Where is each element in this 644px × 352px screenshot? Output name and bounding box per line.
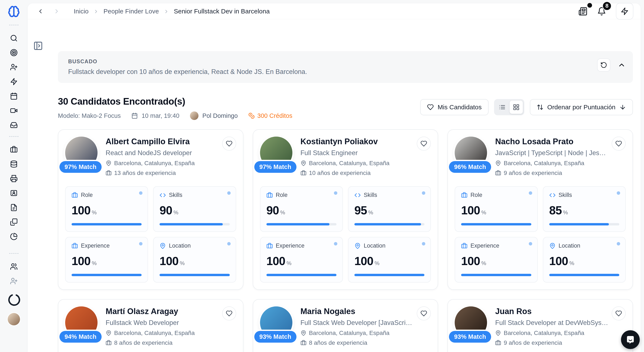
nav-forward-icon[interactable]: [53, 8, 60, 15]
chat-fab-button[interactable]: [621, 330, 640, 349]
favorite-button[interactable]: [417, 137, 431, 151]
bell-icon[interactable]: 8: [597, 7, 606, 16]
quick-actions-button[interactable]: [616, 3, 633, 20]
candidate-location: Barcelona, Catalunya, España: [114, 160, 195, 167]
copy-icon[interactable]: [10, 218, 18, 226]
target-icon[interactable]: [10, 49, 18, 57]
credits-amount: 300 Créditos: [257, 112, 292, 119]
heart-icon: [226, 140, 232, 147]
candidate-header: 93% Match Maria Nogales Full Stack Web D…: [260, 306, 431, 346]
id-card-icon[interactable]: [10, 189, 18, 197]
candidate-name[interactable]: Kostiantyn Poliakov: [300, 137, 414, 146]
briefcase-icon: [266, 192, 273, 198]
code-icon: [354, 192, 361, 198]
candidate-name[interactable]: Albert Campillo Elvira: [106, 137, 219, 146]
favorite-button[interactable]: [222, 137, 236, 151]
metric-value: 100: [266, 254, 285, 268]
metric-dot: [227, 242, 231, 245]
heart-icon: [615, 310, 622, 317]
nav-back-icon[interactable]: [37, 8, 44, 15]
file-text-icon[interactable]: [10, 204, 18, 211]
candidate-name[interactable]: Martí Olasz Aragay: [106, 307, 219, 316]
candidate-name[interactable]: Maria Nogales: [300, 307, 414, 316]
zap-icon[interactable]: [10, 78, 18, 86]
favorite-button[interactable]: [417, 306, 431, 320]
topbar: Inicio People Finder Love Senior Fullsta…: [28, 4, 640, 19]
user-plus-muted-icon[interactable]: [10, 277, 18, 285]
sidebar-divider: [9, 136, 18, 137]
match-badge: 93% Match: [254, 331, 296, 343]
metric-label: Role: [470, 192, 482, 198]
breadcrumb-project[interactable]: People Finder Love: [104, 8, 159, 15]
list-view-button[interactable]: [496, 101, 509, 114]
candidate-card[interactable]: 94% Match Martí Olasz Aragay Fullstack W…: [58, 299, 244, 352]
candidate-location-row: Barcelona, Catalunya, España: [106, 330, 219, 336]
metric-unit: %: [374, 260, 379, 266]
candidate-title: React and NodeJS developer: [106, 149, 219, 157]
favorite-button[interactable]: [612, 306, 626, 320]
database-icon[interactable]: [10, 160, 18, 168]
sidebar-divider: [9, 25, 18, 25]
candidate-experience: 10 años de experiencia: [309, 170, 371, 176]
grid-view-button[interactable]: [510, 101, 523, 114]
heart-icon: [615, 140, 622, 147]
users-icon[interactable]: [10, 263, 18, 270]
search-banner: BUSCADO Fullstack developer con 10 años …: [58, 51, 633, 83]
metric-dot: [422, 191, 425, 195]
metric-progress-fill: [266, 274, 336, 276]
candidate-metrics: Role 100% Skills 85% Experience 100% Loc…: [455, 186, 626, 282]
map-pin-icon: [160, 243, 166, 249]
inbox-icon[interactable]: [10, 121, 18, 129]
metric-unit: %: [180, 260, 184, 266]
user-plus-icon[interactable]: [10, 63, 18, 71]
metric-dot: [139, 191, 142, 195]
search-icon[interactable]: [10, 34, 18, 42]
map-pin-icon: [495, 330, 501, 336]
metric-dot: [529, 242, 532, 245]
metric-dot: [227, 191, 231, 195]
candidate-card[interactable]: 97% Match Albert Campillo Elvira React a…: [58, 129, 244, 290]
match-badge: 93% Match: [449, 331, 491, 343]
news-icon[interactable]: [578, 7, 587, 16]
calendar-icon[interactable]: [10, 92, 18, 100]
briefcase-icon: [106, 340, 112, 346]
search-banner-label: BUSCADO: [68, 58, 623, 65]
main-panel: Inicio People Finder Love Senior Fullsta…: [28, 4, 640, 352]
metric-role: Role 100%: [65, 186, 148, 232]
candidate-card[interactable]: 93% Match Maria Nogales Full Stack Web D…: [253, 299, 438, 352]
model-label: Modelo: Mako-2 Focus: [58, 112, 121, 119]
printer-icon[interactable]: [10, 175, 18, 182]
metric-progress-track: [461, 274, 531, 276]
my-candidates-button[interactable]: Mis Candidatos: [420, 99, 488, 115]
metric-progress-fill: [72, 223, 142, 225]
pie-chart-icon[interactable]: [10, 233, 18, 240]
candidate-card[interactable]: 93% Match Juan Ros Full Stack Developer …: [448, 299, 633, 352]
candidate-experience: 8 años de experiencia: [114, 339, 172, 346]
metric-progress-track: [72, 223, 142, 225]
candidate-avatar-wrap: 93% Match: [455, 306, 487, 339]
metric-dot: [334, 242, 337, 245]
video-icon[interactable]: [10, 107, 18, 114]
candidate-info: Nacho Losada Prato JavaScript | TypeScri…: [495, 137, 608, 176]
metric-progress-fill: [549, 223, 609, 225]
candidate-name[interactable]: Juan Ros: [495, 307, 608, 316]
metric-value: 90: [266, 204, 279, 217]
favorite-button[interactable]: [612, 137, 626, 151]
candidate-card[interactable]: 96% Match Nacho Losada Prato JavaScript …: [448, 129, 633, 290]
metric-location: Location 100%: [348, 237, 431, 282]
chevron-up-icon[interactable]: [618, 61, 626, 69]
breadcrumb-home[interactable]: Inicio: [74, 8, 88, 15]
user-name: Pol Domingo: [202, 112, 238, 119]
metric-experience: Experience 100%: [65, 237, 148, 282]
candidate-name[interactable]: Nacho Losada Prato: [495, 137, 608, 146]
briefcase-icon[interactable]: [10, 146, 18, 153]
brand-logo-brain-icon[interactable]: [8, 6, 20, 18]
panel-toggle-icon[interactable]: [33, 41, 43, 51]
rerun-search-button[interactable]: [597, 58, 610, 72]
candidate-card[interactable]: 97% Match Kostiantyn Poliakov Full Stack…: [253, 129, 438, 290]
metric-progress-fill: [549, 274, 619, 276]
metric-skills: Skills 95%: [348, 186, 431, 232]
sort-button[interactable]: Ordenar por Puntuación: [530, 99, 633, 115]
sidebar-user-avatar[interactable]: [8, 313, 20, 325]
favorite-button[interactable]: [222, 306, 236, 320]
